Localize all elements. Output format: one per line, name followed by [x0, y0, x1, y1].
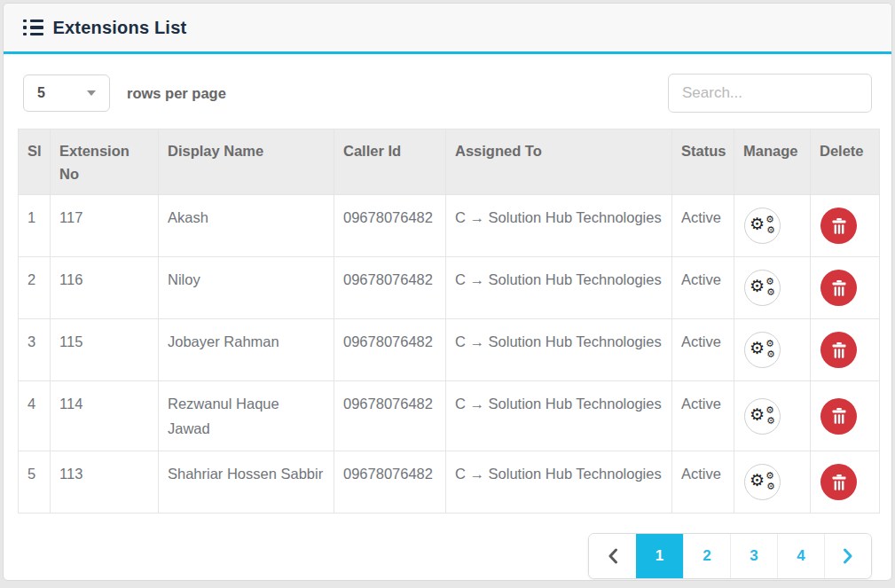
cell-display-name: Rezwanul Haque Jawad: [159, 381, 334, 451]
cell-manage: ⚙ ⚙ ⚙: [734, 319, 811, 381]
trash-icon: [832, 342, 846, 358]
cell-delete: [811, 381, 880, 451]
rows-per-page-value: 5: [37, 85, 45, 101]
delete-button[interactable]: [820, 332, 857, 368]
cell-manage: ⚙ ⚙ ⚙: [734, 381, 811, 451]
column-header-caller-id: Caller Id: [334, 129, 446, 195]
table-row: 3 115 Jobayer Rahman 09678076482 C → Sol…: [19, 319, 880, 381]
gears-icon: ⚙ ⚙ ⚙: [745, 208, 780, 243]
cell-display-name: Shahriar Hossen Sabbir: [159, 451, 334, 514]
rows-per-page-label: rows per page: [127, 85, 226, 102]
cell-extension-no: 116: [51, 257, 159, 319]
cell-extension-no: 114: [51, 381, 159, 451]
cell-display-name: Jobayer Rahman: [159, 319, 334, 381]
table-row: 5 113 Shahriar Hossen Sabbir 09678076482…: [19, 451, 880, 514]
pagination-page-1[interactable]: 1: [636, 534, 683, 578]
extensions-table: Sl Extension No Display Name Caller Id A…: [18, 129, 880, 514]
cell-caller-id: 09678076482: [334, 257, 446, 319]
chevron-down-icon: [87, 90, 96, 96]
table-row: 1 117 Akash 09678076482 C → Solution Hub…: [19, 195, 880, 257]
delete-button[interactable]: [820, 208, 857, 244]
cell-caller-id: 09678076482: [334, 319, 446, 381]
gears-icon: ⚙ ⚙ ⚙: [745, 333, 780, 367]
cell-assigned-to: C → Solution Hub Technologies: [446, 195, 672, 257]
cell-sl: 5: [19, 451, 51, 514]
gears-icon: ⚙ ⚙ ⚙: [745, 399, 780, 434]
cell-manage: ⚙ ⚙ ⚙: [734, 195, 811, 257]
cell-sl: 3: [19, 319, 51, 381]
cell-delete: [811, 451, 880, 514]
pagination-page-4[interactable]: 4: [777, 534, 824, 578]
delete-button[interactable]: [820, 270, 857, 306]
column-header-sl: Sl: [19, 129, 51, 195]
cell-sl: 4: [19, 381, 51, 451]
table-body: 1 117 Akash 09678076482 C → Solution Hub…: [19, 195, 880, 514]
pager: 1234: [588, 533, 872, 579]
manage-button[interactable]: ⚙ ⚙ ⚙: [744, 208, 781, 244]
delete-button[interactable]: [820, 398, 857, 435]
list-icon: [23, 20, 43, 36]
status-badge: Active: [672, 381, 734, 451]
column-header-extension-no: Extension No: [51, 129, 159, 195]
cell-sl: 2: [19, 257, 51, 319]
cell-caller-id: 09678076482: [334, 381, 446, 451]
cell-caller-id: 09678076482: [334, 195, 446, 257]
gears-icon: ⚙ ⚙ ⚙: [745, 270, 780, 305]
rows-per-page-select[interactable]: 5: [23, 74, 110, 112]
status-badge: Active: [672, 195, 734, 257]
column-header-assigned-to: Assigned To: [446, 129, 672, 195]
cell-assigned-to: C → Solution Hub Technologies: [446, 257, 672, 319]
trash-icon: [832, 408, 846, 424]
column-header-display-name: Display Name: [159, 129, 334, 195]
trash-icon: [832, 474, 846, 490]
manage-button[interactable]: ⚙ ⚙ ⚙: [744, 332, 781, 368]
cell-extension-no: 117: [51, 195, 159, 257]
pagination-page-3[interactable]: 3: [730, 534, 777, 578]
chevron-left-icon: [608, 548, 618, 564]
pagination-prev-button[interactable]: [589, 534, 636, 578]
cell-manage: ⚙ ⚙ ⚙: [734, 451, 811, 514]
cell-assigned-to: C → Solution Hub Technologies: [446, 319, 672, 381]
status-badge: Active: [672, 257, 734, 319]
cell-assigned-to: C → Solution Hub Technologies: [446, 451, 672, 514]
cell-display-name: Akash: [159, 195, 334, 257]
delete-button[interactable]: [820, 464, 857, 500]
status-badge: Active: [672, 319, 734, 381]
cell-delete: [811, 257, 880, 319]
column-header-status: Status: [672, 129, 734, 195]
search-input[interactable]: [668, 74, 872, 113]
column-header-manage: Manage: [734, 129, 811, 195]
cell-manage: ⚙ ⚙ ⚙: [734, 257, 811, 319]
status-badge: Active: [672, 451, 734, 514]
extensions-list-card: Extensions List 5 rows per page Sl Exten…: [3, 3, 892, 581]
pagination-page-2[interactable]: 2: [683, 534, 730, 578]
trash-icon: [832, 280, 846, 296]
pagination: 1234: [18, 533, 872, 579]
card-body: 5 rows per page Sl Extension No Display …: [4, 54, 891, 579]
chevron-right-icon: [843, 548, 853, 564]
cell-assigned-to: C → Solution Hub Technologies: [446, 381, 672, 451]
table-header-row: Sl Extension No Display Name Caller Id A…: [19, 129, 880, 195]
table-row: 2 116 Niloy 09678076482 C → Solution Hub…: [19, 257, 880, 319]
table-row: 4 114 Rezwanul Haque Jawad 09678076482 C…: [19, 381, 880, 451]
cell-sl: 1: [19, 195, 51, 257]
cell-delete: [811, 195, 880, 257]
cell-caller-id: 09678076482: [334, 451, 446, 514]
manage-button[interactable]: ⚙ ⚙ ⚙: [744, 398, 781, 435]
gears-icon: ⚙ ⚙ ⚙: [745, 465, 780, 499]
manage-button[interactable]: ⚙ ⚙ ⚙: [744, 464, 781, 500]
toolbar: 5 rows per page: [23, 74, 872, 113]
cell-extension-no: 115: [51, 319, 159, 381]
manage-button[interactable]: ⚙ ⚙ ⚙: [744, 270, 781, 306]
cell-display-name: Niloy: [159, 257, 334, 319]
pagination-next-button[interactable]: [824, 534, 871, 578]
page-title: Extensions List: [53, 18, 187, 38]
card-header: Extensions List: [4, 4, 891, 54]
cell-extension-no: 113: [51, 451, 159, 514]
cell-delete: [811, 319, 880, 381]
trash-icon: [832, 218, 846, 234]
column-header-delete: Delete: [811, 129, 880, 195]
